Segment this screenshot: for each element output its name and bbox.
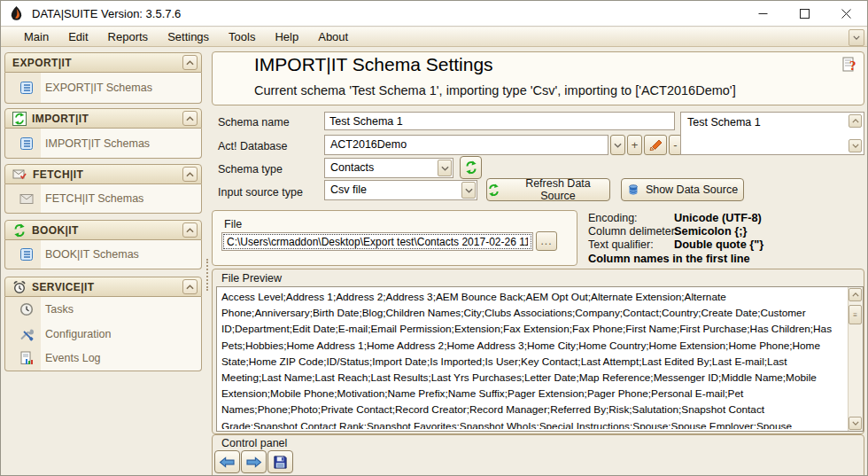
pencil-icon [648,138,663,152]
show-data-source-button[interactable]: Show Data Source [621,178,744,201]
save-button[interactable] [267,450,293,473]
schema-type-combobox[interactable]: Contacts [324,158,453,178]
window-title: DATA|SUITE Version: 3.5.7.6 [32,7,181,20]
sidebar-section-service-body: Tasks Configuration Events Log [4,297,202,371]
sidebar-section-import-header[interactable]: IMPORT|IT [4,108,202,129]
chevron-up-icon [186,285,194,290]
events-log-icon [19,351,34,365]
menu-settings[interactable]: Settings [158,28,219,45]
scrollbar-thumb[interactable]: ≡ [849,305,862,324]
section-title: IMPORT|IT [32,113,89,125]
sidebar-splitter[interactable] [205,48,209,476]
sidebar-section-export-header[interactable]: EXPORT|IT [4,52,202,73]
scroll-down-button[interactable] [849,417,862,430]
scroll-up-button[interactable] [849,114,862,128]
database-icon [627,183,639,197]
input-source-combobox[interactable]: Csv file [324,180,477,200]
encoding-value: Unicode (UTF-8) [674,211,762,224]
minimize-button[interactable] [742,1,784,26]
sidebar-item-book-schemas[interactable]: BOOK|IT Schemas [5,242,201,267]
qualifier-label: Text qualifier: [588,238,654,251]
help-icon[interactable]: ? [842,55,859,74]
arrow-left-icon [219,456,236,469]
scroll-up-button[interactable] [849,288,862,301]
envelope-icon [19,193,34,205]
add-database-button[interactable]: + [627,135,642,155]
edit-database-button[interactable] [644,135,667,155]
sidebar-item-import-schemas[interactable]: IMPORT|IT Schemas [5,131,201,156]
chevron-up-icon [186,228,194,233]
schema-listbox[interactable]: Test Schema 1 [680,112,864,155]
section-title: EXPORT|IT [12,57,72,69]
chevron-up-icon [852,119,859,123]
close-icon [841,9,851,19]
next-step-button[interactable] [241,450,267,473]
menu-about[interactable]: About [308,28,358,45]
input-source-value: Csv file [330,183,367,196]
splitter-grip-icon [206,259,208,291]
sidebar-section-book-header[interactable]: BOOK|IT [4,220,202,240]
refresh-data-source-button[interactable]: Refresh Data Source [486,178,610,201]
act-database-dropdown-button[interactable] [610,135,625,155]
sidebar-item-events-log[interactable]: Events Log [5,346,201,371]
refresh-schema-type-button[interactable] [460,156,482,179]
schema-list-icon [19,137,34,151]
menu-main[interactable]: Main [14,28,58,45]
sidebar-item-configuration[interactable]: Configuration [5,322,201,347]
refresh-data-source-label: Refresh Data Source [507,177,609,202]
section-title: FETCH|IT [33,168,83,181]
sidebar-section-import-body: IMPORT|IT Schemas [4,129,202,159]
sidebar-item-label: Configuration [45,328,111,340]
collapse-button[interactable] [182,279,198,294]
chevron-down-icon [614,143,622,148]
menu-edit[interactable]: Edit [58,28,97,45]
preview-scrollbar[interactable]: ≡ [848,287,863,431]
sidebar-item-tasks[interactable]: Tasks [5,297,201,322]
sidebar-item-export-schemas[interactable]: EXPORT|IT Schemas [5,75,201,100]
collapse-button[interactable] [182,167,198,182]
chevron-up-icon [186,116,194,121]
app-logo-icon [9,5,24,21]
menu-help[interactable]: Help [265,28,308,45]
tools-icon [19,327,34,341]
schema-type-dropdown-button[interactable] [438,160,452,176]
file-preview-textarea[interactable]: Access Level;Address 1;Address 2;Address… [216,286,864,432]
previous-step-button[interactable] [214,450,240,473]
close-button[interactable] [825,1,867,26]
sidebar-section-service-header[interactable]: SERVICE|IT [4,277,202,297]
maximize-button[interactable] [784,1,825,26]
scroll-down-button[interactable] [849,139,862,152]
collapse-button[interactable] [182,222,198,238]
collapse-button[interactable] [182,55,198,70]
schema-name-input[interactable] [324,112,675,130]
import-refresh-icon [12,112,27,126]
menu-overflow-button[interactable] [849,29,864,46]
application-window: DATA|SUITE Version: 3.5.7.6 Main Edit Re… [0,0,868,476]
sidebar-item-label: Events Log [45,352,101,364]
chevron-down-icon [853,35,860,40]
refresh-icon [464,160,478,175]
input-source-dropdown-button[interactable] [461,182,476,199]
sidebar-item-label: IMPORT|IT Schemas [45,137,150,150]
window-controls [742,1,867,26]
file-path-input[interactable] [221,232,533,251]
sidebar-item-label: Tasks [45,303,74,316]
show-data-source-label: Show Data Source [646,183,738,196]
column-names-note: Column names in the first line [588,252,750,265]
act-database-label: Act! Database [218,140,288,152]
sidebar-item-fetch-schemas[interactable]: FETCH|IT Schemas [5,186,201,211]
browse-file-button[interactable]: ... [536,231,557,251]
schema-list-item[interactable]: Test Schema 1 [687,116,761,129]
act-database-combobox[interactable]: ACT2016Demo [324,135,608,155]
menu-tools[interactable]: Tools [219,28,265,45]
sidebar-section-book-body: BOOK|IT Schemas [4,240,202,269]
svg-text:?: ? [849,59,856,73]
collapse-button[interactable] [182,111,198,126]
sidebar-item-label: FETCH|IT Schemas [45,192,143,205]
menu-reports[interactable]: Reports [98,28,159,45]
schema-list-icon [19,81,34,95]
sidebar-section-export-body: EXPORT|IT Schemas [4,73,202,104]
page-title: IMPORT|IT Schema Settings [254,54,493,75]
schema-type-label: Schema type [218,163,283,176]
sidebar-section-fetch-header[interactable]: FETCH|IT [4,164,202,184]
